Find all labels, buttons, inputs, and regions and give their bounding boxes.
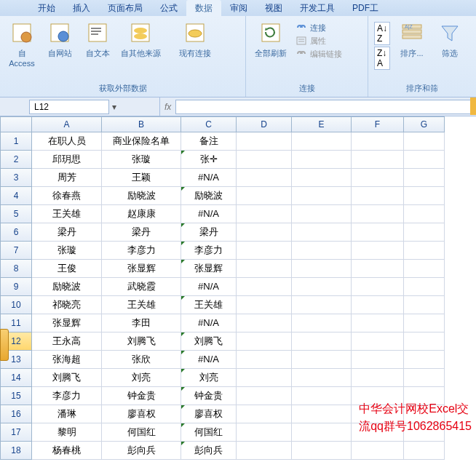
- cell[interactable]: [352, 351, 404, 369]
- cell[interactable]: 彭向兵: [102, 442, 181, 460]
- cell[interactable]: #N/A: [181, 278, 237, 296]
- cell[interactable]: [404, 405, 445, 423]
- row-number[interactable]: 4: [0, 187, 32, 205]
- cell[interactable]: [237, 369, 292, 387]
- row-number[interactable]: 14: [0, 369, 32, 387]
- cell[interactable]: 邱玥思: [32, 151, 102, 169]
- row-number[interactable]: 7: [0, 242, 32, 260]
- cell[interactable]: [292, 332, 352, 351]
- cell[interactable]: 钟金贵: [181, 387, 237, 405]
- cell[interactable]: 张海超: [32, 351, 102, 369]
- row-number[interactable]: 6: [0, 223, 32, 242]
- cell[interactable]: [404, 223, 445, 242]
- row-number[interactable]: 3: [0, 169, 32, 187]
- cell[interactable]: 张✛: [181, 151, 237, 169]
- cell[interactable]: [292, 151, 352, 169]
- formula-input[interactable]: [175, 100, 473, 114]
- from-access-button[interactable]: 自 Access: [4, 19, 39, 69]
- cell[interactable]: 杨春桃: [32, 442, 102, 460]
- cell[interactable]: 张显辉: [181, 260, 237, 278]
- cell[interactable]: 刘腾飞: [181, 332, 237, 351]
- cell[interactable]: 王关雄: [181, 296, 237, 314]
- tab-2[interactable]: 页面布局: [99, 0, 151, 16]
- cell[interactable]: [352, 296, 404, 314]
- col-header-F[interactable]: F: [352, 116, 404, 132]
- cell[interactable]: 周芳: [32, 169, 102, 187]
- cell[interactable]: [404, 387, 445, 405]
- tab-4[interactable]: 数据: [186, 0, 221, 16]
- cell[interactable]: [404, 132, 445, 151]
- cell[interactable]: [352, 332, 404, 351]
- cell[interactable]: [404, 296, 445, 314]
- cell[interactable]: [237, 278, 292, 296]
- cell[interactable]: [237, 314, 292, 332]
- cell[interactable]: [237, 423, 292, 442]
- cell[interactable]: [352, 278, 404, 296]
- cell[interactable]: [237, 223, 292, 242]
- row-number[interactable]: 17: [0, 423, 32, 442]
- tab-1[interactable]: 插入: [64, 0, 99, 16]
- cell[interactable]: 张欣: [102, 351, 181, 369]
- row-number[interactable]: 8: [0, 260, 32, 278]
- cell[interactable]: 李田: [102, 314, 181, 332]
- cell[interactable]: [237, 132, 292, 151]
- cell[interactable]: [352, 242, 404, 260]
- cell[interactable]: [404, 332, 445, 351]
- cell[interactable]: 刘腾飞: [32, 369, 102, 387]
- sort-az-icon[interactable]: A↓Z: [374, 22, 390, 45]
- cell[interactable]: [237, 205, 292, 223]
- cell[interactable]: [352, 423, 404, 442]
- cell[interactable]: 王俊: [32, 260, 102, 278]
- cell[interactable]: #N/A: [181, 205, 237, 223]
- cell[interactable]: [237, 405, 292, 423]
- cell[interactable]: #N/A: [181, 351, 237, 369]
- cell[interactable]: [404, 314, 445, 332]
- cell[interactable]: [352, 205, 404, 223]
- row-number[interactable]: 2: [0, 151, 32, 169]
- cell[interactable]: [292, 405, 352, 423]
- cell[interactable]: 李彦力: [32, 387, 102, 405]
- side-tab-handle[interactable]: [0, 329, 9, 361]
- cell[interactable]: [352, 169, 404, 187]
- cell[interactable]: 张璇: [102, 151, 181, 169]
- cell[interactable]: [237, 169, 292, 187]
- cell[interactable]: [352, 369, 404, 387]
- cell[interactable]: 王关雄: [102, 296, 181, 314]
- cell[interactable]: [237, 332, 292, 351]
- cell[interactable]: 备注: [181, 132, 237, 151]
- cell[interactable]: 刘腾飞: [102, 332, 181, 351]
- cell[interactable]: [292, 169, 352, 187]
- cell[interactable]: 商业保险名单: [102, 132, 181, 151]
- cell[interactable]: [292, 278, 352, 296]
- cell[interactable]: 梁丹: [32, 223, 102, 242]
- row-number[interactable]: 10: [0, 296, 32, 314]
- tab-5[interactable]: 审阅: [221, 0, 256, 16]
- cell[interactable]: [352, 260, 404, 278]
- cell[interactable]: [404, 260, 445, 278]
- sort-za-icon[interactable]: Z↓A: [374, 47, 390, 70]
- cell[interactable]: 黎明: [32, 423, 102, 442]
- cell[interactable]: 潘琳: [32, 405, 102, 423]
- col-header-G[interactable]: G: [404, 116, 445, 132]
- cell[interactable]: 李彦力: [102, 242, 181, 260]
- cell[interactable]: [352, 314, 404, 332]
- cell[interactable]: [404, 423, 445, 442]
- cell[interactable]: 赵康康: [102, 205, 181, 223]
- row-number[interactable]: 15: [0, 387, 32, 405]
- cell[interactable]: [292, 351, 352, 369]
- cell[interactable]: [292, 314, 352, 332]
- cell[interactable]: 励晓波: [181, 187, 237, 205]
- row-number[interactable]: 5: [0, 205, 32, 223]
- cell[interactable]: 王颖: [102, 169, 181, 187]
- select-all-corner[interactable]: [0, 116, 32, 132]
- cell[interactable]: [292, 423, 352, 442]
- cell[interactable]: 刘亮: [181, 369, 237, 387]
- row-number[interactable]: 9: [0, 278, 32, 296]
- cell[interactable]: [404, 187, 445, 205]
- cell[interactable]: [404, 369, 445, 387]
- col-header-C[interactable]: C: [181, 116, 237, 132]
- cell[interactable]: 张显辉: [32, 314, 102, 332]
- cell[interactable]: [292, 369, 352, 387]
- cell[interactable]: [352, 132, 404, 151]
- tab-3[interactable]: 公式: [151, 0, 186, 16]
